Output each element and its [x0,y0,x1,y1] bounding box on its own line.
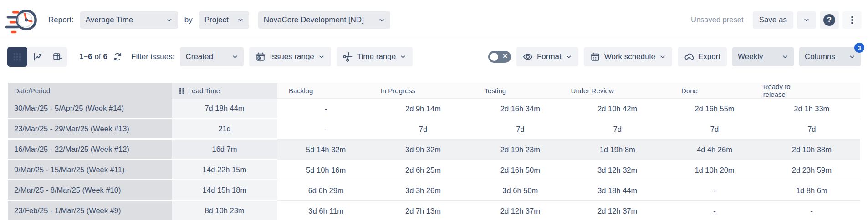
table-row: 16/Mar/25 - 22/Mar/25 (Week #12) 16d 7m … [8,140,860,160]
value-cell: 7d [374,119,471,140]
columns-select[interactable]: Columns [799,47,861,66]
column-header-done[interactable]: Done [666,83,763,99]
columns-label: Columns [805,52,835,61]
filter-field-select[interactable]: Created [180,47,244,66]
cloud-export-icon [684,52,694,62]
value-cell: 1d 8h 6m [763,180,860,201]
date-period-cell: 23/Feb/25 - 1/Mar/25 (Week #9) [8,201,172,220]
value-cell: - [666,180,763,201]
column-header-date-period[interactable]: Date/Period [8,83,172,99]
table-row: 2/Mar/25 - 8/Mar/25 (Week #10) 14d 15h 1… [8,180,860,201]
more-options-button[interactable] [842,11,862,29]
columns-count-badge: 3 [854,43,864,53]
chevron-down-icon [849,54,855,60]
top-header-bar: Report: Average Time by Project NovaCore… [0,0,868,40]
columns-control: Columns 3 [799,47,861,66]
table-header-row: Date/Period Lead Time Backlog In Progres… [8,83,860,99]
time-range-button[interactable]: Time range [337,47,413,66]
value-cell: 3d 12h 32m [569,160,666,180]
chevron-down-icon [318,54,325,60]
project-value: NovaCore Development [ND] [264,15,364,25]
column-header-backlog[interactable]: Backlog [277,83,374,99]
chevron-down-icon [166,17,173,23]
date-period-cell: 2/Mar/25 - 8/Mar/25 (Week #10) [8,180,172,201]
column-header-under-review[interactable]: Under Review [569,83,666,99]
export-label: Export [698,52,720,61]
value-cell: 2d 6h 25m [374,160,471,180]
refresh-icon[interactable] [113,52,122,61]
pagination-range: 1–6 [79,52,92,61]
value-cell: 3d 9h 32m [374,140,471,160]
value-cell: 3d 6h 50m [472,180,569,201]
app-logo-flying-clock-icon [4,4,39,36]
table-row: 9/Mar/25 - 15/Mar/25 (Week #11) 14d 22h … [8,160,860,180]
value-cell: 1d 10h 20m [666,160,763,180]
value-cell: - [277,119,374,140]
lead-time-cell: 14d 15h 18m [172,180,277,201]
column-header-ready-to-release[interactable]: Ready to release [763,83,860,99]
chevron-down-icon [400,54,406,60]
chevron-down-icon [782,54,788,60]
table-row: 23/Mar/25 - 29/Mar/25 (Week #13) 21d - 7… [8,119,860,140]
value-cell: - [666,201,763,220]
calendar-clock-icon [255,52,266,62]
table-view-button[interactable] [7,47,27,67]
empty-values-toggle[interactable]: ✕ [488,51,511,63]
value-cell: 7d [569,119,666,140]
value-cell: 2d 12h 37m [569,201,666,220]
value-cell: 2d 19h 23m [472,140,569,160]
toggle-off-x-icon: ✕ [502,52,508,60]
column-header-in-progress[interactable]: In Progress [374,83,471,99]
kebab-menu-icon [847,15,857,25]
date-period-cell: 23/Mar/25 - 29/Mar/25 (Week #13) [8,119,172,140]
chevron-down-icon [378,17,385,23]
date-period-cell: 16/Mar/25 - 22/Mar/25 (Week #12) [8,140,172,160]
value-cell: 2d 10h 38m [763,140,860,160]
report-type-select[interactable]: Average Time [80,11,178,29]
line-chart-icon [32,52,42,62]
project-select[interactable]: NovaCore Development [ND] [258,11,390,29]
value-cell: 2d 16h 50m [472,160,569,180]
value-cell: 2d 23h 59m [763,160,860,180]
save-as-button[interactable]: Save as [753,11,793,29]
scissors-icon [343,52,353,62]
chevron-down-icon [566,54,572,60]
column-header-testing[interactable]: Testing [472,83,569,99]
value-cell: 7d [666,119,763,140]
group-by-select[interactable]: Project [199,11,249,29]
value-cell: 1d 19h 8m [569,140,666,160]
report-type-value: Average Time [86,15,133,25]
work-schedule-button[interactable]: Work schedule [584,47,672,66]
column-header-lead-time[interactable]: Lead Time [172,83,277,99]
chart-view-button[interactable] [27,47,47,67]
pivot-view-button[interactable] [47,47,67,67]
help-button[interactable]: ? [820,11,839,29]
date-period-cell: 30/Mar/25 - 5/Apr/25 (Week #14) [8,99,172,119]
issues-range-label: Issues range [270,52,314,61]
table-row: 30/Mar/25 - 5/Apr/25 (Week #14) 7d 18h 4… [8,99,860,119]
lead-time-cell: 14d 22h 15m [172,160,277,180]
export-button[interactable]: Export [678,47,727,66]
lead-time-cell: 21d [172,119,277,140]
save-as-label: Save as [759,15,787,25]
question-mark-icon: ? [823,14,835,26]
drag-handle-icon [179,87,185,94]
lead-time-cell: 8d 10h 23m [172,201,277,220]
column-header-lead-time-label: Lead Time [188,87,220,95]
issues-range-button[interactable]: Issues range [249,47,331,66]
table-row: 23/Feb/25 - 1/Mar/25 (Week #9) 8d 10h 23… [8,201,860,220]
chevron-down-icon [237,17,244,23]
report-label: Report: [48,15,74,25]
format-button[interactable]: Format [516,47,578,66]
save-as-dropdown-button[interactable] [797,11,816,29]
preset-status: Unsaved preset [691,15,744,24]
filter-field-value: Created [185,52,213,61]
period-value: Weekly [738,52,763,61]
period-select[interactable]: Weekly [732,47,794,66]
value-cell: 5d 14h 32m [277,140,374,160]
value-cell: 2d 7h 13m [374,201,471,220]
work-schedule-label: Work schedule [604,52,655,61]
chevron-down-icon [803,17,810,23]
format-label: Format [537,52,562,61]
pivot-table-icon [52,52,62,62]
